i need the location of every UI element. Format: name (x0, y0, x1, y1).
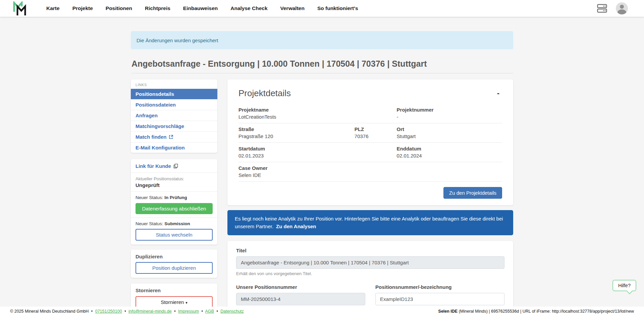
footer-impressum-link[interactable]: Impressum (178, 309, 199, 314)
new-status-prefix: Neuer Status: (136, 221, 164, 226)
status-wechseln-button[interactable]: Status wechseln (136, 229, 213, 241)
project-details-title: Projektdetails (238, 88, 291, 99)
new-status-line-1: Neuer Status: In Prüfung (136, 195, 213, 200)
footer-left: © 2025 Mineral Minds Deutschland GmbH • … (10, 309, 244, 314)
footer-separator: • (91, 309, 93, 314)
field-label: Ort (397, 126, 502, 132)
current-status-value: Ungeprüft (136, 182, 213, 188)
sidebar-item-match-finden[interactable]: Match finden (131, 131, 217, 142)
field-value: 70376 (355, 133, 397, 139)
user-avatar[interactable] (616, 2, 628, 14)
duplicate-card-header: Duplizieren (136, 254, 213, 259)
footer-phone-link[interactable]: 07151/250100 (95, 309, 122, 314)
zu-den-analysen-link[interactable]: Zu den Analysen (276, 224, 316, 229)
footer-user: Selen IDE (438, 309, 458, 314)
main-navigation: Karte Projekte Positionen Richtpreis Ein… (46, 5, 358, 11)
field-value: Pragstraße 120 (238, 133, 355, 139)
field-label: Case Owner (238, 165, 355, 171)
footer-copyright: © 2025 Mineral Minds Deutschland GmbH (10, 309, 89, 314)
sidebar-item-label: Match finden (136, 134, 167, 140)
field-value: 02.01.2023 (238, 153, 355, 159)
nav-item-positionen[interactable]: Positionen (106, 5, 132, 11)
footer-separator: • (174, 309, 175, 314)
sidebar: LINKS Positionsdetails Positionsdateien … (131, 79, 217, 312)
sidebar-item-email-konfiguration[interactable]: E-Mail Konfiguration (131, 142, 217, 153)
app-logo[interactable] (13, 1, 28, 15)
new-status-line-2: Neuer Status: Submission (136, 221, 213, 226)
footer-meta: (Mineral Minds) | 69576255536d | URL of … (458, 309, 634, 314)
titel-input (236, 256, 504, 269)
stornieren-dropdown-button[interactable]: Stornieren▾ (136, 296, 213, 308)
collapse-card-button[interactable]: - (494, 88, 502, 98)
sidebar-item-label: Anfragen (136, 113, 158, 118)
sidebar-item-positionsdetails[interactable]: Positionsdetails (131, 89, 217, 99)
sidebar-item-label: E-Mail Konfiguration (136, 145, 185, 150)
sidebar-item-positionsdateien[interactable]: Positionsdateien (131, 99, 217, 110)
project-row-name: Projektname LotCreationTests Projektnumm… (238, 104, 502, 123)
server-rack-icon[interactable] (597, 4, 607, 13)
position-duplizieren-button[interactable]: Position duplizieren (136, 262, 213, 274)
success-alert-text: Die Änderungen wurden gespeichert (137, 38, 218, 43)
position-number-input[interactable] (375, 293, 504, 305)
caret-down-icon: ▾ (185, 301, 187, 305)
field-label: Enddatum (397, 146, 502, 151)
sidebar-item-matchingvorschlaege[interactable]: Matchingvorschläge (131, 121, 217, 131)
our-number-input (236, 293, 365, 305)
footer-separator: • (124, 309, 126, 314)
sidebar-item-anfragen[interactable]: Anfragen (131, 110, 217, 121)
new-status-value: In Prüfung (164, 195, 187, 200)
field-value: 02.01.2024 (397, 153, 502, 159)
avatar-body-icon (618, 9, 626, 14)
footer-separator: • (216, 309, 218, 314)
nav-item-karte[interactable]: Karte (46, 5, 60, 11)
help-button[interactable]: Hilfe? (612, 280, 636, 291)
project-details-card: Projektdetails - Projektname LotCreation… (227, 79, 513, 205)
nav-item-so-funktionierts[interactable]: So funktioniert's (317, 5, 358, 11)
nav-item-richtpreis[interactable]: Richtpreis (145, 5, 170, 11)
field-value: Selen IDE (238, 172, 355, 178)
footer-email-link[interactable]: info@mineral-minds.de (128, 309, 172, 314)
divider (131, 217, 217, 218)
analytics-banner: Es liegt noch keine Analytik zu Ihrer Po… (227, 210, 513, 235)
titel-helper: Erhält den von uns vorgegebenen Titel. (236, 271, 504, 276)
footer: © 2025 Mineral Minds Deutschland GmbH • … (0, 307, 644, 316)
mineral-minds-logo-icon (13, 1, 28, 15)
duplicate-card: Duplizieren Position duplizieren (131, 250, 217, 278)
zu-den-projektdetails-button[interactable]: Zu den Projektdetails (443, 187, 502, 199)
field-label: Startdatum (238, 146, 355, 151)
project-row-address: Straße Pragstraße 120 PLZ 70376 Ort Stut… (238, 123, 502, 143)
footer-agb-link[interactable]: AGB (205, 309, 214, 314)
sidebar-item-label: Positionsdetails (136, 91, 174, 97)
divider (131, 173, 217, 173)
top-navbar: Karte Projekte Positionen Richtpreis Ein… (0, 0, 644, 17)
field-value: - (397, 114, 502, 120)
footer-right: Selen IDE (Mineral Minds) | 69576255536d… (438, 309, 634, 314)
external-link-icon (169, 135, 173, 139)
footer-datenschutz-link[interactable]: Datenschutz (220, 309, 244, 314)
project-row-owner: Case Owner Selen IDE (238, 162, 502, 182)
current-status-label: Aktueller Positionsstatus: (136, 176, 213, 181)
field-value: Stuttgart (397, 133, 502, 139)
sidebar-item-label: Matchingvorschläge (136, 123, 184, 129)
position-number-label: Positionsnummer/-bezeichnung (375, 284, 504, 290)
field-value: LotCreationTests (238, 114, 355, 120)
footer-separator: • (201, 309, 203, 314)
project-row-dates: Startdatum 02.01.2023 Enddatum 02.01.202… (238, 143, 502, 162)
nav-item-einbauweisen[interactable]: Einbauweisen (183, 5, 218, 11)
field-label: Projektname (238, 107, 355, 113)
links-card-header: LINKS (131, 79, 217, 89)
titel-label: Titel (236, 248, 504, 253)
main-column: Projektdetails - Projektname LotCreation… (227, 79, 513, 316)
nav-item-analyse-check[interactable]: Analyse Check (230, 5, 267, 11)
nav-item-projekte[interactable]: Projekte (72, 5, 93, 11)
copy-icon (173, 164, 178, 169)
link-fuer-kunde-link[interactable]: Link für Kunde (136, 163, 178, 169)
analytics-banner-text: Es liegt noch keine Analytik zu Ihrer Po… (235, 216, 503, 229)
field-label: PLZ (355, 126, 397, 132)
link-fuer-kunde-label: Link für Kunde (136, 163, 171, 169)
status-card: Link für Kunde Aktueller Positionsstatus… (131, 159, 217, 245)
field-label: Projektnummer (397, 107, 502, 113)
our-number-label: Unsere Positionsnummer (236, 284, 365, 290)
datenerfassung-abschliessen-button[interactable]: Datenerfassung abschließen (136, 203, 213, 214)
nav-item-verwalten[interactable]: Verwalten (280, 5, 305, 11)
